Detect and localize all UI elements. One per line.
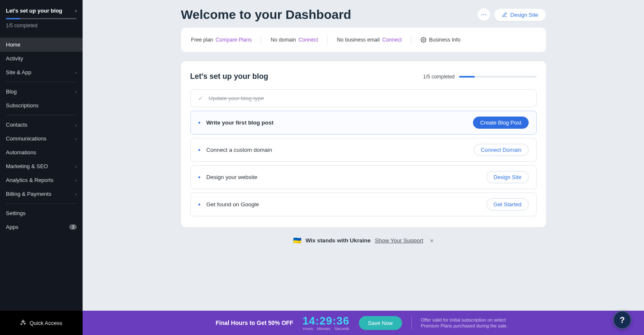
domain-status: No domain Connect (270, 37, 318, 43)
show-support-link[interactable]: Show Your Support (375, 237, 423, 244)
nav-divider (6, 115, 77, 115)
task-row-connect-domain[interactable]: • Connect a custom domain Connect Domain (190, 138, 537, 162)
nav-subscriptions[interactable]: Subscriptions (0, 99, 83, 112)
status-divider (411, 35, 411, 44)
chevron-right-icon: › (75, 89, 77, 94)
ukraine-text: Wix stands with Ukraine (306, 237, 371, 244)
countdown: 14:29:36 Hours Minutes Seconds (302, 315, 349, 331)
nav-billing-payments[interactable]: Billing & Payments › (0, 187, 83, 201)
email-label: No business email (337, 37, 379, 43)
sidebar-nav: Home Activity Site & App › Blog › Subscr… (0, 38, 83, 311)
nav-label: Analytics & Reports (6, 177, 53, 183)
pen-icon (502, 12, 507, 18)
design-site-task-button[interactable]: Design Site (486, 171, 528, 183)
quick-access-button[interactable]: Quick Access (0, 311, 83, 335)
chevron-right-icon: › (75, 70, 77, 75)
chevron-right-icon: › (75, 122, 77, 127)
nav-label: Site & App (6, 69, 31, 75)
domain-label: No domain (270, 37, 296, 43)
nav-marketing-seo[interactable]: Marketing & SEO › (0, 159, 83, 173)
plan-label: Free plan (191, 37, 213, 43)
task-row-update-blog-type[interactable]: ✓ Update your blog type (190, 89, 537, 107)
business-info-link[interactable]: Business Info (421, 37, 460, 43)
nav-divider (6, 82, 77, 82)
nav-label: Contacts (6, 122, 27, 128)
nav-label: Blog (6, 88, 17, 95)
task-label: Connect a custom domain (206, 147, 272, 153)
nav-automations[interactable]: Automations (0, 145, 83, 159)
nav-activity[interactable]: Activity (0, 52, 83, 65)
header-actions: ⋯ Design Site (478, 8, 545, 21)
sidebar-setup-panel: Let's set up your blog › 1/5 completed (0, 0, 83, 32)
page-header: Welcome to your Dashboard ⋯ Design Site (181, 8, 546, 22)
setup-progress-fill (459, 76, 475, 78)
chevron-right-icon: › (75, 178, 77, 183)
nav-label: Billing & Payments (6, 191, 51, 197)
create-blog-post-button[interactable]: Create Blog Post (473, 117, 528, 129)
countdown-time: 14:29:36 (302, 315, 349, 326)
email-status: No business email Connect (337, 37, 402, 43)
design-site-button[interactable]: Design Site (494, 9, 545, 21)
task-row-design-website[interactable]: • Design your website Design Site (190, 165, 537, 189)
chevron-right-icon: › (75, 164, 77, 169)
task-label: Design your website (206, 174, 257, 180)
status-strip: Free plan Compare Plans No domain Connec… (181, 28, 546, 52)
chevron-right-icon: › (75, 8, 77, 14)
svg-point-0 (423, 39, 424, 41)
promo-divider (411, 316, 412, 330)
setup-progress: 1/5 completed (423, 74, 536, 80)
minutes-label: Minutes (317, 327, 330, 331)
nav-home[interactable]: Home (0, 38, 83, 52)
nav-label: Marketing & SEO (6, 163, 48, 169)
compare-plans-link[interactable]: Compare Plans (216, 37, 252, 43)
get-started-button[interactable]: Get Started (486, 198, 528, 210)
close-icon[interactable]: × (430, 237, 434, 244)
nav-contacts[interactable]: Contacts › (0, 118, 83, 132)
task-row-write-first-post[interactable]: • Write your first blog post Create Blog… (190, 111, 537, 135)
nav-label: Apps (6, 224, 18, 230)
more-actions-button[interactable]: ⋯ (478, 8, 490, 21)
quick-access-label: Quick Access (29, 320, 62, 326)
sidebar-completed-text: 1/5 completed (6, 23, 77, 29)
nav-apps[interactable]: Apps 3 (0, 220, 83, 234)
setup-card-title: Let's set up your blog (190, 72, 268, 81)
seconds-label: Seconds (335, 327, 349, 331)
setup-completed-text: 1/5 completed (423, 74, 454, 80)
sidebar-setup-title: Let's set up your blog (6, 8, 62, 14)
nav-label: Settings (6, 210, 26, 216)
question-icon: ? (620, 315, 625, 325)
nav-settings[interactable]: Settings (0, 206, 83, 220)
setup-progress-bar (459, 76, 537, 78)
save-now-button[interactable]: Save Now (359, 316, 402, 330)
connect-domain-link[interactable]: Connect (299, 37, 318, 43)
sparkle-icon (20, 319, 26, 327)
nav-site-app[interactable]: Site & App › (0, 65, 83, 79)
ukraine-flag-icon: 🇺🇦 (293, 236, 301, 244)
connect-domain-button[interactable]: Connect Domain (474, 144, 529, 156)
nav-communications[interactable]: Communications › (0, 132, 83, 145)
setup-card-header: Let's set up your blog 1/5 completed (190, 72, 537, 81)
ukraine-banner: 🇺🇦 Wix stands with Ukraine Show Your Sup… (181, 236, 546, 244)
nav-label: Automations (6, 149, 36, 156)
sidebar-setup-toggle[interactable]: Let's set up your blog › (6, 8, 77, 14)
gear-icon (421, 37, 426, 43)
setup-card: Let's set up your blog 1/5 completed ✓ U… (181, 61, 546, 227)
sidebar: Let's set up your blog › 1/5 completed H… (0, 0, 83, 311)
help-button[interactable]: ? (613, 311, 631, 329)
status-divider (327, 35, 327, 44)
connect-email-link[interactable]: Connect (382, 37, 402, 43)
apps-badge: 3 (69, 224, 77, 230)
nav-label: Communications (6, 135, 47, 142)
nav-blog[interactable]: Blog › (0, 85, 83, 99)
status-divider (261, 35, 261, 44)
sidebar-progress-bar (6, 18, 77, 19)
design-site-label: Design Site (510, 12, 538, 18)
nav-label: Activity (6, 55, 23, 62)
offer-text: Offer valid for initial subscription on … (421, 317, 511, 329)
business-info-label: Business Info (429, 37, 460, 43)
nav-analytics-reports[interactable]: Analytics & Reports › (0, 173, 83, 187)
seconds-value: 36 (337, 314, 350, 327)
task-row-google[interactable]: • Get found on Google Get Started (190, 192, 537, 216)
check-icon: ✓ (198, 95, 203, 101)
task-label: Write your first blog post (206, 119, 273, 126)
